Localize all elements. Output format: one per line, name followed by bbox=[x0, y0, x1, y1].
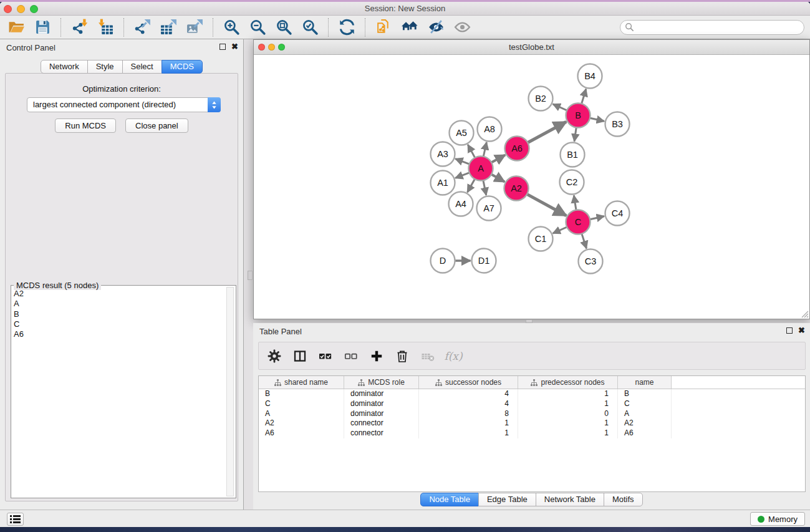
task-history-button[interactable] bbox=[7, 513, 24, 526]
graph-edge-A2-C[interactable] bbox=[527, 194, 566, 215]
graph-node-B2[interactable]: B2 bbox=[529, 87, 553, 111]
graph-edge-A-A8[interactable] bbox=[483, 142, 486, 157]
graph-edge-B-B1[interactable] bbox=[574, 127, 576, 141]
graph-edge-C-C2[interactable] bbox=[574, 195, 576, 210]
table-row[interactable]: Bdominator41B bbox=[259, 389, 805, 399]
mcds-result-item[interactable]: A2 bbox=[14, 289, 226, 299]
graph-node-A7[interactable]: A7 bbox=[477, 196, 501, 221]
table-row[interactable]: Cdominator41C bbox=[259, 399, 805, 409]
graph-node-D1[interactable]: D1 bbox=[472, 249, 496, 273]
network-window-titlebar[interactable]: testGlobe.txt bbox=[254, 40, 809, 55]
table-tab-motifs[interactable]: Motifs bbox=[604, 493, 643, 506]
table-cell[interactable]: C bbox=[259, 399, 344, 409]
new-network-from-file-button[interactable] bbox=[372, 17, 395, 38]
table-cell[interactable]: A bbox=[618, 409, 672, 419]
column-header-MCDS-role[interactable]: MCDS role bbox=[344, 376, 419, 389]
zoom-selected-button[interactable] bbox=[299, 17, 321, 38]
select-all-button[interactable] bbox=[318, 349, 333, 364]
table-tab-network-table[interactable]: Network Table bbox=[536, 493, 604, 506]
graph-node-A[interactable]: A bbox=[469, 157, 493, 181]
network-canvas[interactable]: B4B2BB3B1A5A8A3A6AA1A4A7A2C2CC4C1C3DD1 bbox=[254, 55, 809, 319]
table-cell[interactable]: 4 bbox=[419, 399, 518, 409]
graph-edge-B-B4[interactable] bbox=[582, 89, 586, 104]
graph-edge-A-A2[interactable] bbox=[491, 175, 504, 182]
show-columns-button[interactable] bbox=[292, 349, 307, 364]
export-table-button[interactable] bbox=[157, 17, 180, 38]
table-cell[interactable]: A bbox=[259, 409, 344, 419]
result-list-scrollbar[interactable] bbox=[226, 287, 234, 496]
table-cell[interactable]: 1 bbox=[419, 418, 518, 428]
export-image-button[interactable] bbox=[183, 17, 206, 38]
deselect-all-button[interactable] bbox=[344, 349, 359, 364]
table-cell[interactable]: 1 bbox=[518, 389, 618, 399]
close-table-panel-icon[interactable]: ✖ bbox=[798, 327, 805, 334]
graph-edge-A6-B[interactable] bbox=[528, 122, 566, 142]
graph-edge-A-A6[interactable] bbox=[491, 155, 505, 162]
graph-node-A3[interactable]: A3 bbox=[431, 142, 455, 167]
save-session-button[interactable] bbox=[31, 17, 54, 38]
close-panel-button[interactable]: Close panel bbox=[125, 118, 188, 133]
table-row[interactable]: A2connector11A2 bbox=[259, 418, 805, 428]
mcds-result-item[interactable]: B bbox=[14, 309, 226, 319]
add-row-button[interactable] bbox=[369, 349, 384, 364]
table-cell[interactable]: 8 bbox=[419, 409, 518, 419]
table-tab-node-table[interactable]: Node Table bbox=[420, 493, 479, 506]
table-cell[interactable]: C bbox=[618, 399, 672, 409]
graph-node-C4[interactable]: C4 bbox=[605, 201, 630, 226]
table-cell[interactable]: A2 bbox=[259, 418, 344, 428]
table-cell[interactable]: connector bbox=[344, 418, 419, 428]
graph-node-B[interactable]: B bbox=[566, 104, 591, 128]
graph-node-C3[interactable]: C3 bbox=[579, 249, 603, 274]
hide-graphics-details-button[interactable] bbox=[425, 17, 447, 38]
mcds-result-item[interactable]: C bbox=[14, 319, 226, 329]
vertical-splitter-handle[interactable] bbox=[248, 271, 253, 280]
table-cell[interactable]: B bbox=[259, 389, 344, 399]
float-panel-icon[interactable] bbox=[219, 44, 226, 50]
graph-node-A1[interactable]: A1 bbox=[431, 171, 455, 195]
graph-node-A6[interactable]: A6 bbox=[505, 137, 529, 161]
refresh-layout-button[interactable] bbox=[335, 17, 358, 38]
graph-edge-C-C4[interactable] bbox=[590, 216, 604, 220]
table-cell[interactable]: 1 bbox=[419, 428, 518, 438]
graph-node-D[interactable]: D bbox=[431, 249, 455, 273]
tab-select[interactable]: Select bbox=[122, 60, 162, 74]
open-session-button[interactable] bbox=[5, 17, 27, 38]
graph-edge-A-A1[interactable] bbox=[455, 173, 470, 178]
table-settings-button[interactable] bbox=[267, 349, 282, 364]
graph-node-A5[interactable]: A5 bbox=[450, 121, 474, 145]
table-cell[interactable]: B bbox=[618, 389, 672, 399]
criterion-select[interactable]: largest connected component (directed) bbox=[27, 97, 221, 112]
table-tab-edge-table[interactable]: Edge Table bbox=[478, 493, 536, 506]
graph-node-B4[interactable]: B4 bbox=[578, 64, 602, 89]
table-cell[interactable]: 1 bbox=[518, 428, 618, 438]
mcds-result-item[interactable]: A6 bbox=[14, 329, 226, 339]
close-panel-icon[interactable]: ✖ bbox=[231, 43, 238, 51]
graph-edge-B-B3[interactable] bbox=[590, 118, 604, 121]
graph-node-C2[interactable]: C2 bbox=[560, 170, 584, 195]
tab-mcds[interactable]: MCDS bbox=[162, 60, 203, 74]
graph-edge-A-A3[interactable] bbox=[455, 159, 470, 165]
graph-node-C[interactable]: C bbox=[566, 210, 591, 235]
graph-node-B3[interactable]: B3 bbox=[605, 112, 630, 137]
graph-node-A4[interactable]: A4 bbox=[449, 192, 473, 216]
import-network-button[interactable] bbox=[68, 17, 90, 38]
column-header-shared-name[interactable]: shared name bbox=[259, 376, 344, 389]
table-cell[interactable]: 1 bbox=[518, 399, 618, 409]
column-header-predecessor-nodes[interactable]: predecessor nodes bbox=[518, 376, 618, 389]
memory-button[interactable]: Memory bbox=[750, 512, 805, 526]
import-table-button[interactable] bbox=[94, 17, 117, 38]
table-cell[interactable]: dominator bbox=[344, 399, 419, 409]
graph-node-C1[interactable]: C1 bbox=[529, 227, 553, 251]
column-header-name[interactable]: name bbox=[618, 376, 672, 389]
show-overview-button[interactable] bbox=[451, 17, 473, 38]
table-cell[interactable]: dominator bbox=[344, 409, 419, 419]
zoom-fit-button[interactable] bbox=[272, 17, 295, 38]
search-input[interactable] bbox=[620, 20, 804, 35]
zoom-in-button[interactable] bbox=[220, 17, 243, 38]
run-mcds-button[interactable]: Run MCDS bbox=[55, 118, 116, 133]
table-cell[interactable]: A6 bbox=[618, 428, 672, 438]
table-cell[interactable]: 1 bbox=[518, 418, 618, 428]
main-titlebar[interactable]: Session: New Session bbox=[0, 2, 810, 16]
graph-edge-A-A7[interactable] bbox=[483, 180, 486, 195]
graph-node-A2[interactable]: A2 bbox=[504, 177, 529, 201]
